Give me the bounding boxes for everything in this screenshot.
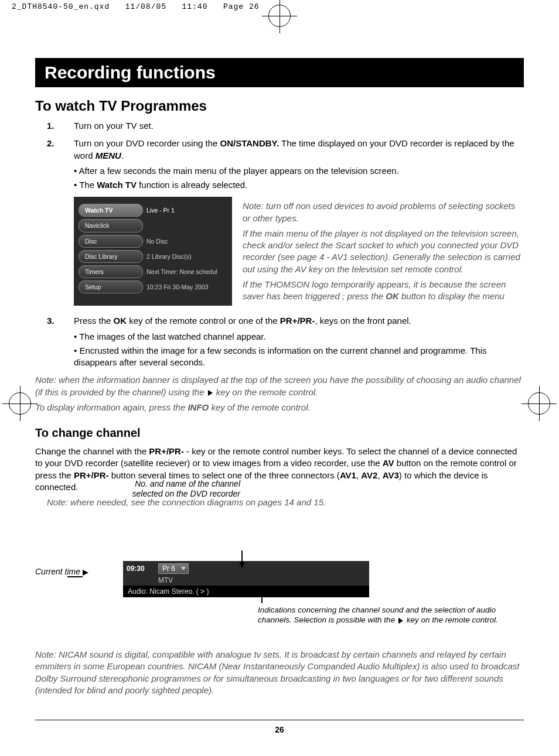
step-2-bullet-1: After a few seconds the main menu of the…: [74, 165, 524, 177]
menu-screenshot: Watch TVLive - Pr 1 Naviclick DiscNo Dis…: [74, 197, 232, 306]
menu-val-library: 2 Library Disc(s): [146, 252, 227, 261]
step-2-a: Turn on your DVD recorder using the: [74, 138, 220, 148]
step-3-e: , keys on the front panel.: [315, 316, 411, 326]
banner-top-label: No. and name of the channel selected on …: [129, 479, 240, 499]
step-2-b: ON/STANDBY.: [220, 138, 280, 148]
step-1-text: Turn on your TV set.: [74, 121, 154, 131]
cc-p0: Change the channel with the: [35, 446, 149, 456]
cc-p3: AV: [383, 458, 394, 468]
page-number: 26: [35, 720, 524, 734]
step-2: 2. Turn on your DVD recorder using the O…: [47, 138, 524, 306]
banner-channel-name: MTV: [123, 576, 369, 586]
step-3-note-2a: To display information again, press the: [35, 402, 188, 412]
step-2-bullet-2: The Watch TV function is already selecte…: [74, 179, 524, 191]
menu-note-3b: OK: [386, 291, 399, 301]
qxd-date: 11/08/05: [125, 2, 166, 11]
step-3-number: 3.: [47, 315, 54, 327]
step-3-d: PR+/PR-: [280, 316, 315, 326]
menu-item-timers: Timers: [79, 265, 143, 278]
play-icon: [398, 618, 403, 624]
menu-val-timers: Next Timer: None schedul: [146, 268, 227, 276]
step-2-text: Turn on your DVD recorder using the ON/S…: [74, 138, 514, 160]
nicam-note: Note: NICAM sound is digital, compatible…: [35, 649, 524, 696]
step-2-bullet-2b: Watch TV: [97, 180, 137, 190]
play-icon: [208, 390, 213, 396]
change-channel-note: Note: where needed, see the connection d…: [47, 497, 524, 508]
heading-watch-tv: To watch TV Programmes: [35, 98, 524, 114]
banner-caption: Indications concerning the channel sound…: [258, 603, 524, 625]
step-3-text: Press the OK key of the remote control o…: [74, 316, 411, 326]
step-3-note-1b: key on the remote control.: [214, 387, 318, 397]
menu-item-setup: Setup: [79, 280, 143, 293]
menu-item-naviclick: Naviclick: [79, 219, 143, 232]
step-3-bullet-2: Encrusted within the image for a few sec…: [74, 345, 524, 369]
cc-p7: AV1: [340, 470, 356, 480]
step-3-a: Press the: [74, 316, 114, 326]
step-3-c: key of the remote control or one of the: [127, 316, 280, 326]
cc-p11: AV3: [383, 470, 399, 480]
step-3: 3. Press the OK key of the remote contro…: [47, 315, 524, 368]
cc-p1: PR+/PR-: [149, 446, 184, 456]
current-time-label: Current time: [35, 567, 92, 576]
info-banner: 09:30 Pr 6 MTV Audio: Nicam Stereo. ( > …: [123, 561, 369, 597]
menu-note-3: If the THOMSON logo temporarily appears,…: [243, 279, 524, 303]
menu-val-disc: No Disc: [146, 237, 227, 245]
step-2-e: .: [121, 150, 124, 160]
banner-time: 09:30: [127, 565, 155, 573]
qxd-time: 11:40: [182, 2, 207, 11]
menu-note-3c: button to display the menu: [399, 291, 505, 301]
menu-item-library: Disc Library: [79, 250, 143, 263]
arrow-right-icon: [83, 570, 88, 576]
step-3-note-2b: INFO: [188, 402, 209, 412]
banner-audio: Audio: Nicam Stereo. ( > ): [123, 586, 369, 597]
step-3-bullet-1: The images of the last watched channel a…: [74, 331, 524, 343]
title-bar: Recording functions: [35, 58, 524, 87]
cc-p5: PR+/PR-: [74, 470, 109, 480]
step-3-note-2: To display information again, press the …: [35, 402, 524, 413]
change-channel-paragraph: Change the channel with the PR+/PR- - ke…: [35, 446, 524, 493]
banner-channel-number: Pr 6: [158, 563, 189, 574]
menu-note-1: Note: turn off non used devices to avoid…: [243, 200, 524, 224]
menu-item-watchtv: Watch TV: [79, 204, 143, 217]
qxd-filename: 2_DTH8540-50_en.qxd: [12, 2, 110, 11]
crop-mark-top: [268, 5, 291, 27]
current-time-label-text: Current time: [35, 567, 80, 576]
step-3-note-2c: key of the remote control.: [209, 402, 310, 412]
step-2-d: MENU: [96, 150, 121, 160]
cc-p9: AV2: [361, 470, 377, 480]
step-3-b: OK: [114, 316, 127, 326]
qxd-page: Page 26: [223, 2, 260, 11]
step-1-number: 1.: [47, 120, 54, 132]
menu-val-watchtv: Live - Pr 1: [146, 206, 227, 214]
heading-change-channel: To change channel: [35, 426, 524, 440]
cc-p10: ,: [377, 470, 382, 480]
banner-caption-b: key on the remote control.: [404, 615, 498, 624]
step-1: 1. Turn on your TV set.: [47, 120, 524, 132]
step-2-bullet-2c: function is already selected.: [137, 180, 247, 190]
menu-val-setup: 10:23 Fri 30-May 2003: [146, 283, 227, 291]
step-2-number: 2.: [47, 138, 54, 149]
arrow-down-icon: [239, 562, 245, 568]
step-2-bullet-2a: The: [79, 180, 97, 190]
menu-note-2: If the main menu of the player is not di…: [243, 228, 524, 275]
menu-item-disc: Disc: [79, 235, 143, 248]
cc-p6: button several times to select one of th…: [108, 470, 339, 480]
step-3-note-1: Note: when the information banner is dis…: [35, 374, 524, 398]
